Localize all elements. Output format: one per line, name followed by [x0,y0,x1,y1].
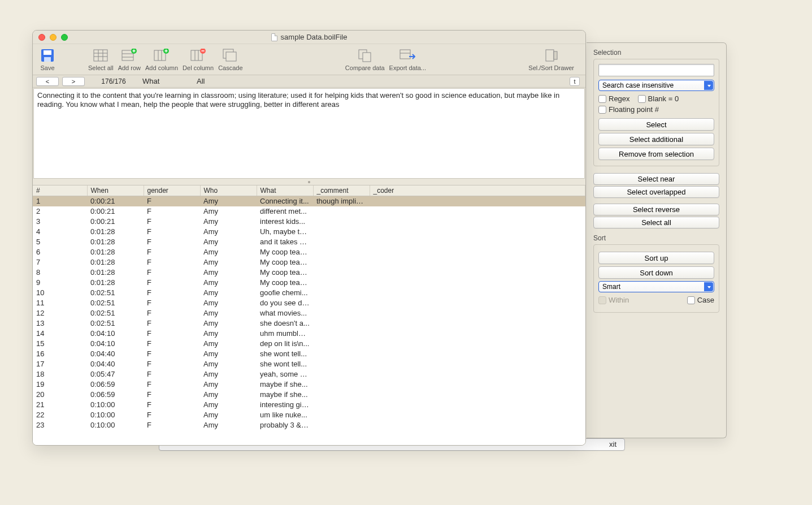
cell[interactable] [370,217,585,227]
add-row-button[interactable]: Add row [118,48,141,71]
cell[interactable]: F [144,308,200,318]
cell[interactable]: F [144,329,200,339]
cell[interactable] [313,267,370,278]
table-row[interactable]: 190:06:59FAmymaybe if she... [33,379,585,390]
cell[interactable]: F [144,267,200,278]
table-row[interactable]: 140:04:10FAmyuhm mumble l... [33,329,585,339]
cell[interactable]: 0:04:10 [87,329,144,339]
compare-data-button[interactable]: Compare data [345,48,385,71]
cell[interactable]: 22 [33,410,87,420]
blank-checkbox[interactable]: Blank = 0 [638,94,679,103]
cell[interactable]: 15 [33,339,87,349]
table-row[interactable]: 10:00:21FAmyConnecting it...though impli… [33,196,585,206]
cell[interactable] [370,390,585,400]
cell[interactable] [370,257,585,267]
cell[interactable]: and it takes a... [257,237,313,247]
cell[interactable] [313,237,370,247]
cell[interactable] [313,329,370,339]
cell[interactable] [370,308,585,318]
cell[interactable]: 23 [33,420,87,430]
table-row[interactable]: 40:01:28FAmyUh, maybe thr... [33,227,585,237]
col-header[interactable]: When [87,185,144,196]
table-row[interactable]: 120:02:51FAmywhat movies... [33,308,585,318]
cell[interactable] [370,329,585,339]
cell[interactable] [313,410,370,420]
export-data-button[interactable]: Export data... [389,48,426,71]
regex-checkbox[interactable]: Regex [598,94,630,103]
cell[interactable]: Amy [200,349,257,359]
table-row[interactable]: 70:01:28FAmyMy coop teac... [33,257,585,267]
cell[interactable] [370,349,585,359]
cell[interactable]: 0:06:59 [87,390,144,400]
cell[interactable]: 10 [33,288,87,298]
table-row[interactable]: 30:00:21FAmyinterest kids... [33,217,585,227]
table-row[interactable]: 130:02:51FAmyshe doesn't a... [33,318,585,329]
table-row[interactable]: 90:01:28FAmyMy coop teac... [33,278,585,288]
cell[interactable]: 21 [33,400,87,410]
cell[interactable] [313,227,370,237]
cell[interactable]: F [144,298,200,308]
select-all-button[interactable]: Select all [88,48,114,71]
select-near-button[interactable]: Select near [593,173,719,185]
cell[interactable]: Amy [200,369,257,379]
cell[interactable]: maybe if she... [257,379,313,390]
cell[interactable] [370,237,585,247]
case-checkbox[interactable]: Case [687,296,714,304]
cell[interactable]: maybe if she... [257,390,313,400]
cell[interactable] [313,247,370,257]
cell[interactable]: 13 [33,318,87,329]
cell[interactable]: My coop teac... [257,267,313,278]
cell[interactable]: Amy [200,196,257,206]
cell[interactable] [370,339,585,349]
cell[interactable]: 16 [33,349,87,359]
cell[interactable] [313,369,370,379]
table-row[interactable]: 180:05:47FAmyyeah, some ar... [33,369,585,379]
cell[interactable]: 20 [33,390,87,400]
sort-down-button[interactable]: Sort down [598,266,714,279]
cell[interactable] [370,298,585,308]
cell[interactable]: 0:01:28 [87,247,144,257]
table-row[interactable]: 220:10:00FAmyum like nuke... [33,410,585,420]
search-mode-select[interactable]: Search case insensitive [598,80,714,91]
cell[interactable]: interest kids... [257,217,313,227]
table-row[interactable]: 210:10:00FAmyinteresting giv... [33,400,585,410]
del-column-button[interactable]: Del column [183,48,214,71]
cell[interactable]: 0:02:51 [87,298,144,308]
cell[interactable]: 0:04:40 [87,359,144,369]
cell[interactable] [313,349,370,359]
cell[interactable]: 9 [33,278,87,288]
add-column-button[interactable]: Add column [145,48,178,71]
select-additional-button[interactable]: Select additional [598,133,714,145]
cell[interactable]: F [144,288,200,298]
cell[interactable]: 0:02:51 [87,318,144,329]
cell[interactable]: 12 [33,308,87,318]
cell[interactable]: F [144,206,200,217]
cell[interactable] [370,318,585,329]
prev-button[interactable]: < [36,77,59,86]
table-row[interactable]: 160:04:40FAmyshe wont tell... [33,349,585,359]
cell[interactable]: 0:00:21 [87,206,144,217]
selection-search-input[interactable] [598,64,714,76]
maximize-icon[interactable] [61,34,68,41]
cell[interactable] [370,369,585,379]
cell[interactable]: um like nuke... [257,410,313,420]
cell[interactable]: 14 [33,329,87,339]
cell[interactable]: 2 [33,206,87,217]
cell[interactable]: 0:01:28 [87,267,144,278]
cell[interactable] [370,400,585,410]
float-checkbox[interactable]: Floating point # [598,105,659,114]
cell[interactable]: Amy [200,329,257,339]
cell[interactable]: goofie chemi... [257,288,313,298]
cell[interactable]: Amy [200,217,257,227]
cell[interactable]: 0:10:00 [87,410,144,420]
cell[interactable]: Amy [200,298,257,308]
col-header[interactable]: gender [144,185,200,196]
cell[interactable] [313,278,370,288]
cell[interactable]: 0:00:21 [87,217,144,227]
table-row[interactable]: 150:04:10FAmydep on lit is\n... [33,339,585,349]
splitter-handle[interactable] [33,179,585,185]
cell[interactable]: 1 [33,196,87,206]
detail-textarea[interactable]: Connecting it to the content that you're… [33,88,585,179]
sort-mode-select[interactable]: Smart [598,281,714,292]
cell[interactable]: Connecting it... [257,196,313,206]
